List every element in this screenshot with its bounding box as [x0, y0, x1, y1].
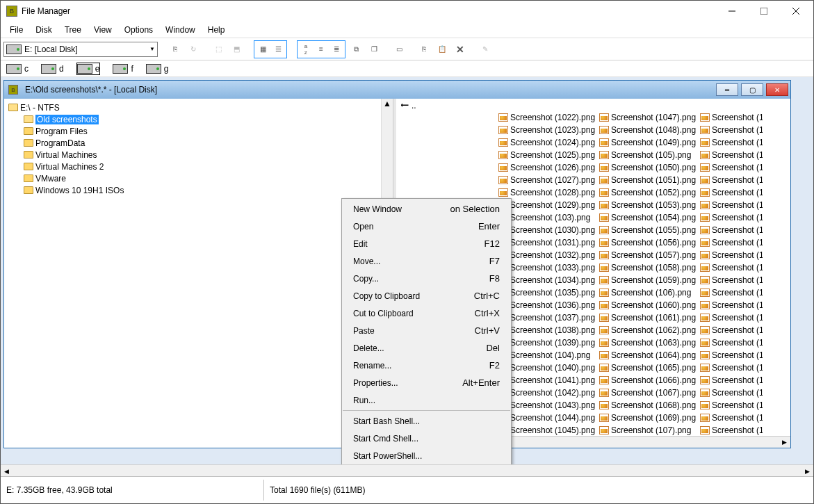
file-item[interactable]: Screenshot (1	[700, 124, 763, 136]
menu-file[interactable]: File	[3, 23, 29, 37]
menu-options[interactable]: Options	[118, 23, 159, 37]
file-item[interactable]: Screenshot (1035).png	[498, 286, 599, 299]
file-item[interactable]: Screenshot (1	[700, 111, 763, 124]
toolbar-btn-delete[interactable]: ✕	[453, 42, 468, 57]
context-menu-item[interactable]: EditF12	[342, 235, 511, 252]
context-menu-item[interactable]: PasteCtrl+V	[342, 322, 511, 339]
file-item[interactable]: Screenshot (1	[700, 274, 763, 286]
file-item[interactable]: Screenshot (1	[700, 399, 763, 412]
file-item[interactable]: Screenshot (1052).png	[599, 186, 700, 199]
context-menu-item[interactable]: Copy...F8	[342, 270, 511, 287]
file-item[interactable]: Screenshot (1	[700, 336, 763, 349]
scroll-up-icon[interactable]: ▲	[382, 99, 393, 111]
toolbar-btn-copy2[interactable]: ⎘	[416, 42, 432, 57]
file-item[interactable]: Screenshot (1051).png	[599, 174, 700, 186]
file-item[interactable]: Screenshot (1026).png	[498, 161, 599, 174]
toolbar-btn-new[interactable]: ▭	[391, 42, 407, 57]
scroll-left-icon[interactable]: ◀	[1, 465, 13, 477]
context-menu-item[interactable]: Copy to ClipboardCtrl+C	[342, 287, 511, 304]
file-item[interactable]: Screenshot (1	[700, 161, 763, 174]
tree-item[interactable]: Windows 10 19H1 ISOs	[6, 184, 391, 196]
file-item[interactable]: Screenshot (1058).png	[599, 261, 700, 274]
file-item[interactable]: Screenshot (1041).png	[498, 374, 599, 387]
file-item[interactable]: Screenshot (1022).png	[498, 111, 599, 124]
file-item[interactable]: Screenshot (1032).png	[498, 249, 599, 261]
file-item[interactable]: Screenshot (1061).png	[599, 311, 700, 324]
file-item[interactable]: Screenshot (1	[700, 261, 763, 274]
context-menu-item[interactable]: Delete...Del	[342, 339, 511, 357]
file-item[interactable]: Screenshot (1064).png	[599, 349, 700, 361]
file-item[interactable]: Screenshot (1042).png	[498, 387, 599, 399]
file-item[interactable]: Screenshot (1043).png	[498, 399, 599, 412]
tree-root[interactable]: E:\ - NTFS	[6, 101, 391, 113]
toolbar-btn-3[interactable]: ⬚	[211, 42, 226, 57]
file-item[interactable]: Screenshot (1	[700, 174, 763, 186]
close-button[interactable]	[780, 1, 812, 22]
file-item[interactable]: Screenshot (1067).png	[599, 387, 700, 399]
file-item[interactable]: Screenshot (1060).png	[599, 299, 700, 311]
view-details-button[interactable]: ▦	[255, 42, 270, 57]
file-item[interactable]: Screenshot (1044).png	[498, 412, 599, 424]
file-item[interactable]: Screenshot (1	[700, 236, 763, 249]
context-menu-item[interactable]: Start Bash Shell...	[342, 412, 511, 430]
file-item[interactable]: Screenshot (1	[700, 424, 763, 437]
tree-item[interactable]: Old screenshots	[6, 113, 391, 125]
file-item[interactable]: Screenshot (1	[700, 412, 763, 424]
file-item[interactable]: Screenshot (1050).png	[599, 161, 700, 174]
file-item[interactable]: Screenshot (1057).png	[599, 249, 700, 261]
file-item[interactable]: Screenshot (1	[700, 349, 763, 361]
file-item[interactable]: Screenshot (1	[700, 199, 763, 211]
mdi-close-button[interactable]: ✕	[766, 83, 788, 96]
file-item[interactable]: Screenshot (1028).png	[498, 186, 599, 199]
file-item[interactable]: Screenshot (103).png	[498, 211, 599, 224]
scroll-right-icon[interactable]: ▶	[779, 437, 790, 448]
sort-name-button[interactable]: az	[298, 42, 314, 57]
drive-tab-d[interactable]: d	[41, 63, 64, 75]
toolbar-btn-paste[interactable]: 📋	[434, 42, 450, 57]
workspace-hscrollbar[interactable]: ◀ ▶	[1, 464, 813, 476]
file-item[interactable]: Screenshot (1027).png	[498, 174, 599, 186]
file-item[interactable]: Screenshot (1068).png	[599, 399, 700, 412]
toolbar-btn-2[interactable]: ↻	[186, 42, 201, 57]
folder-tree[interactable]: E:\ - NTFSOld screenshotsProgram FilesPr…	[4, 99, 393, 448]
file-item[interactable]: Screenshot (1	[700, 286, 763, 299]
file-item[interactable]: Screenshot (1031).png	[498, 236, 599, 249]
context-menu-item[interactable]: New Windowon Selection	[342, 200, 511, 218]
file-item[interactable]: Screenshot (1056).png	[599, 236, 700, 249]
file-item[interactable]: Screenshot (1	[700, 224, 763, 236]
file-item[interactable]: Screenshot (1	[700, 186, 763, 199]
menu-view[interactable]: View	[88, 23, 118, 37]
file-item[interactable]: Screenshot (1	[700, 149, 763, 161]
file-item[interactable]: Screenshot (1069).png	[599, 412, 700, 424]
menu-window[interactable]: Window	[159, 23, 202, 37]
scroll-right-icon[interactable]: ▶	[801, 465, 813, 477]
file-item[interactable]: Screenshot (1063).png	[599, 336, 700, 349]
context-menu-item[interactable]: Move...F7	[342, 252, 511, 270]
up-directory[interactable]: 🠔 ..	[398, 100, 790, 111]
file-item[interactable]: Screenshot (1	[700, 361, 763, 374]
file-item[interactable]: Screenshot (1053).png	[599, 199, 700, 211]
context-menu-item[interactable]: Start PowerShell...	[342, 447, 511, 464]
file-item[interactable]: Screenshot (1062).png	[599, 324, 700, 336]
context-menu-item[interactable]: Rename...F2	[342, 357, 511, 374]
mdi-titlebar[interactable]: B E:\Old screenshots\*.* - [Local Disk] …	[4, 81, 790, 99]
menu-tree[interactable]: Tree	[58, 23, 88, 37]
toolbar-btn-1[interactable]: ⎘	[168, 42, 183, 57]
file-item[interactable]: Screenshot (1033).png	[498, 261, 599, 274]
context-menu-item[interactable]: Cut to ClipboardCtrl+X	[342, 304, 511, 322]
mdi-maximize-button[interactable]: ▢	[741, 83, 763, 96]
file-item[interactable]: Screenshot (104).png	[498, 349, 599, 361]
menu-disk[interactable]: Disk	[29, 23, 58, 37]
file-item[interactable]: Screenshot (1049).png	[599, 136, 700, 149]
drive-tab-c[interactable]: c	[6, 63, 29, 75]
context-menu-item[interactable]: Start Cmd Shell...	[342, 430, 511, 447]
file-item[interactable]: Screenshot (1048).png	[599, 124, 700, 136]
file-item[interactable]: Screenshot (1038).png	[498, 324, 599, 336]
tree-item[interactable]: ProgramData	[6, 137, 391, 149]
file-item[interactable]: Screenshot (107).png	[599, 424, 700, 437]
tree-item[interactable]: VMware	[6, 172, 391, 184]
file-item[interactable]: Screenshot (1054).png	[599, 211, 700, 224]
file-item[interactable]: Screenshot (1	[700, 299, 763, 311]
file-item[interactable]: Screenshot (1034).png	[498, 274, 599, 286]
context-menu-item[interactable]: Run...	[342, 391, 511, 409]
